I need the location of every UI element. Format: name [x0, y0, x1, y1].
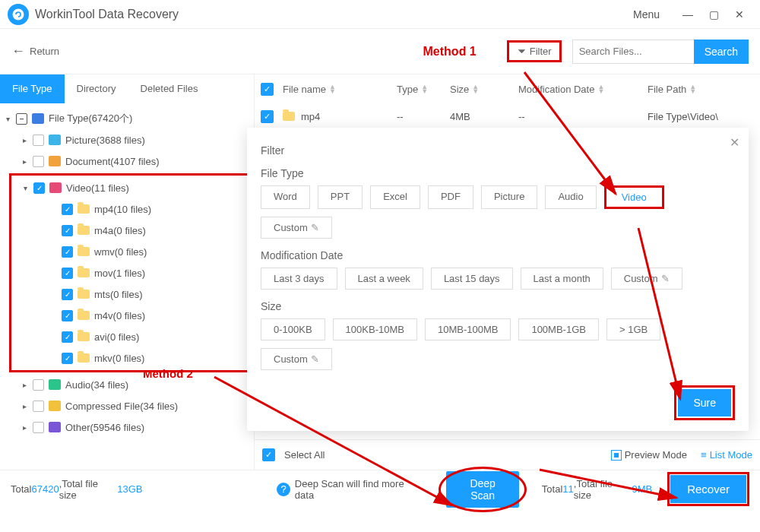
footer: Total 67420 ,Total file size 13GB ? Deep…: [0, 470, 760, 508]
deep-scan-hint: Deep Scan will find more data: [295, 478, 424, 501]
sidebar-tabs: File Type Directory Deleted Files: [0, 74, 254, 103]
sort-icon[interactable]: ▲▼: [472, 84, 479, 93]
chip-size-custom[interactable]: Custom✎: [261, 348, 332, 370]
chip-size-0-100kb[interactable]: 0-100KB: [261, 318, 325, 340]
sure-highlight-box: Sure: [674, 385, 735, 420]
sort-icon[interactable]: ▲▼: [329, 84, 336, 93]
deep-scan-button[interactable]: Deep Scan: [446, 471, 518, 508]
moddate-section-label: Modification Date: [261, 249, 735, 261]
tree-compressed[interactable]: ▸ Compressed File(34 files): [0, 395, 254, 416]
deep-scan-highlight: Deep Scan: [446, 471, 518, 508]
method1-label: Method 1: [423, 45, 477, 59]
chip-picture[interactable]: Picture: [481, 185, 537, 209]
list-mode-icon: ≡: [701, 449, 707, 461]
tree-item[interactable]: ✓mts(0 files): [11, 283, 247, 305]
return-button[interactable]: ← Return: [11, 43, 59, 59]
tree-root[interactable]: ▾ – File Type(67420个): [0, 108, 254, 129]
chip-audio[interactable]: Audio: [545, 185, 596, 209]
tree-item[interactable]: ✓m4v(0 files): [11, 305, 247, 326]
chip-custom[interactable]: Custom✎: [261, 217, 332, 239]
sort-icon[interactable]: ▲▼: [597, 84, 604, 93]
checkbox-icon[interactable]: [33, 156, 44, 167]
checkbox-icon[interactable]: [33, 401, 44, 412]
chip-last15days[interactable]: Last 15 days: [431, 268, 513, 290]
checkbox-icon[interactable]: ✓: [261, 110, 274, 123]
sort-icon[interactable]: ▲▼: [421, 84, 428, 93]
video-highlight-box: ▾ ✓ Video(11 files) ✓mp4(10 files) ✓m4a(…: [9, 173, 249, 372]
select-all-label[interactable]: Select All: [284, 449, 325, 461]
checkbox-icon[interactable]: ✓: [262, 448, 275, 461]
close-icon[interactable]: ✕: [733, 8, 746, 21]
checkbox-icon[interactable]: [33, 379, 44, 391]
chip-size-gt1gb[interactable]: > 1GB: [606, 318, 660, 340]
sure-button[interactable]: Sure: [678, 389, 731, 416]
tab-file-type[interactable]: File Type: [0, 74, 65, 103]
preview-mode-icon: [611, 450, 622, 461]
filetype-section-label: File Type: [261, 167, 735, 179]
video-icon: [49, 182, 62, 193]
file-tree: ▾ – File Type(67420个) ▸ Picture(3688 fil…: [0, 103, 254, 442]
filetype-icon: [32, 113, 44, 124]
chip-excel[interactable]: Excel: [370, 185, 420, 209]
folder-icon: [78, 311, 90, 320]
tree-document[interactable]: ▸ Document(4107 files): [0, 150, 254, 172]
chip-ppt[interactable]: PPT: [318, 185, 363, 209]
tree-picture[interactable]: ▸ Picture(3688 files): [0, 129, 254, 150]
tree-item[interactable]: ✓mov(1 files): [11, 262, 247, 283]
chip-date-custom[interactable]: Custom✎: [611, 268, 682, 290]
tree-other[interactable]: ▸ Other(59546 files): [0, 416, 254, 438]
audio-icon: [49, 379, 61, 390]
list-mode-button[interactable]: List Mode: [710, 449, 752, 461]
tree-item[interactable]: ✓m4a(0 files): [11, 220, 247, 241]
method2-label: Method 2: [143, 367, 193, 380]
chip-size-100mb-1gb[interactable]: 100MB-1GB: [518, 318, 599, 340]
app-logo: [8, 4, 29, 25]
checkbox-icon[interactable]: ✓: [261, 83, 274, 96]
tree-item[interactable]: ✓wmv(0 files): [11, 241, 247, 262]
folder-icon: [78, 353, 90, 363]
tree-item[interactable]: ✓mkv(0 files): [11, 347, 247, 369]
pencil-icon: ✎: [661, 273, 670, 284]
checkbox-icon[interactable]: ✓: [33, 182, 45, 194]
size-section-label: Size: [261, 300, 735, 312]
search-button[interactable]: Search: [694, 40, 749, 64]
checkbox-icon[interactable]: –: [16, 113, 27, 125]
checkbox-icon[interactable]: [33, 135, 44, 146]
tree-video[interactable]: ▾ ✓ Video(11 files): [11, 177, 247, 198]
preview-mode-button[interactable]: Preview Mode: [625, 449, 687, 461]
tab-directory[interactable]: Directory: [65, 74, 128, 103]
filter-button[interactable]: ⏷ Filter: [507, 40, 562, 62]
document-icon: [49, 156, 61, 166]
menu-button[interactable]: Menu: [633, 8, 660, 21]
chip-pdf[interactable]: PDF: [428, 185, 473, 209]
folder-icon: [283, 112, 295, 121]
sort-icon[interactable]: ▲▼: [689, 84, 696, 93]
chip-size-100kb-10mb[interactable]: 100KB-10MB: [333, 318, 417, 340]
chip-size-10-100mb[interactable]: 10MB-100MB: [425, 318, 511, 340]
tab-deleted[interactable]: Deleted Files: [128, 74, 211, 103]
search-input[interactable]: [572, 40, 694, 64]
recover-button[interactable]: Recover: [670, 475, 746, 503]
maximize-icon[interactable]: ▢: [707, 8, 720, 21]
tree-item[interactable]: ✓mp4(10 files): [11, 198, 247, 220]
folder-icon: [78, 247, 90, 256]
folder-icon: [78, 268, 90, 277]
dialog-title: Filter: [261, 144, 735, 157]
tree-audio[interactable]: ▸ Audio(34 files): [0, 374, 254, 395]
chip-video[interactable]: Video: [604, 185, 664, 209]
chip-word[interactable]: Word: [261, 185, 310, 209]
table-row[interactable]: ✓ mp4 -- 4MB -- File Type\Video\: [255, 103, 760, 129]
list-toolbar: ✓ Select All Preview Mode ≡ List Mode: [255, 439, 760, 470]
filter-dialog: ✕ Filter File Type Word PPT Excel PDF Pi…: [247, 128, 749, 431]
chip-lastmonth[interactable]: Last a month: [521, 268, 603, 290]
tree-item[interactable]: ✓avi(0 files): [11, 326, 247, 347]
dialog-close-icon[interactable]: ✕: [730, 135, 739, 150]
folder-icon: [78, 332, 90, 341]
pencil-icon: ✎: [311, 353, 319, 365]
chip-lastweek[interactable]: Last a week: [345, 268, 423, 290]
return-label: Return: [30, 46, 59, 57]
checkbox-icon[interactable]: [33, 422, 44, 433]
minimize-icon[interactable]: —: [681, 8, 695, 21]
chip-last3days[interactable]: Last 3 days: [261, 268, 337, 290]
app-title: WorkinTool Data Recovery: [35, 8, 633, 21]
